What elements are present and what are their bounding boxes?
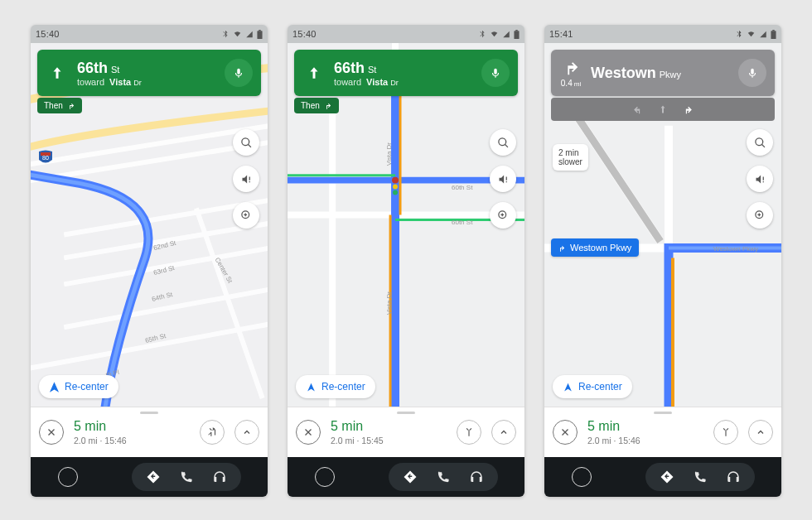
expand-button[interactable]	[234, 420, 259, 445]
home-button[interactable]	[572, 467, 592, 487]
street-label: Westown Pkwy	[713, 245, 758, 253]
mute-button[interactable]	[490, 166, 516, 192]
signal-icon	[245, 30, 254, 38]
wifi-icon	[233, 30, 242, 38]
recenter-label: Re-center	[321, 381, 365, 392]
status-bar: 15:40	[31, 25, 268, 43]
street-suffix: St	[111, 65, 119, 75]
arrow-up-icon	[50, 63, 65, 83]
nav-turn-button[interactable]	[145, 469, 162, 485]
trip-detail: 2.0 mi · 15:46	[74, 436, 190, 445]
trip-card[interactable]: 5 min 2.0 mi · 15:45	[288, 407, 524, 457]
drag-handle[interactable]	[654, 412, 672, 414]
home-button[interactable]	[58, 467, 78, 487]
slower-bubble[interactable]: 2 min slower	[553, 144, 588, 171]
svg-rect-0	[259, 30, 260, 31]
nav-banner[interactable]: 66th St toward Vista Dr	[294, 50, 518, 96]
bluetooth-icon	[221, 30, 230, 38]
turn-right-icon	[323, 101, 332, 110]
close-button[interactable]	[296, 420, 321, 445]
routes-button[interactable]	[457, 420, 481, 445]
nav-turn-button[interactable]	[402, 469, 418, 485]
arrow-up-icon	[307, 63, 321, 83]
street-main: 66th	[77, 60, 108, 77]
toward-value: Vista	[109, 77, 131, 87]
close-button[interactable]	[39, 420, 64, 445]
phone-screen-1: 15:40	[31, 25, 268, 497]
svg-rect-5	[514, 31, 519, 39]
then-label: Then	[44, 101, 63, 110]
street-label: 60th St	[452, 219, 472, 226]
svg-rect-12	[771, 31, 776, 39]
mute-button[interactable]	[233, 166, 259, 192]
lane-straight-dim-icon	[658, 103, 668, 116]
nav-banner[interactable]: 0.4 mi Westown Pkwy	[551, 50, 775, 96]
eta-time: 5 min	[587, 419, 703, 434]
trip-detail: 2.0 mi · 15:45	[331, 436, 447, 445]
trip-card[interactable]: 5 min 2.0 mi · 15:46	[31, 407, 268, 457]
chevron-up-icon	[756, 427, 766, 437]
phone-button[interactable]	[178, 469, 195, 485]
clock: 15:41	[549, 29, 573, 39]
headphones-button[interactable]	[211, 469, 228, 485]
street-label: 60th St	[452, 184, 472, 191]
callout-label: Westown Pkwy	[570, 243, 631, 253]
nav-turn-button[interactable]	[659, 469, 675, 485]
turn-right-icon	[557, 243, 566, 253]
toward-suffix: Dr	[133, 79, 142, 87]
report-button[interactable]	[233, 202, 259, 229]
home-button[interactable]	[315, 467, 335, 487]
volume-alert-icon	[754, 173, 766, 185]
search-button[interactable]	[233, 129, 259, 156]
bluetooth-icon	[478, 30, 486, 38]
mic-button[interactable]	[481, 59, 510, 87]
map-area[interactable]: 215 80 62nd St 63rd St Center St 64th St…	[31, 43, 268, 407]
search-button[interactable]	[747, 129, 773, 156]
alt-route-icon	[720, 426, 732, 438]
trip-card[interactable]: 5 min 2.0 mi · 15:46	[544, 407, 781, 457]
headphones-button[interactable]	[468, 469, 485, 485]
report-button[interactable]	[747, 202, 773, 229]
then-chip[interactable]: Then	[294, 98, 339, 113]
android-navbar	[288, 457, 524, 497]
lane-right-bright-icon	[681, 103, 693, 116]
battery-icon	[771, 30, 776, 39]
battery-icon	[514, 30, 520, 39]
headphones-button[interactable]	[725, 469, 742, 485]
signal-icon	[502, 30, 510, 38]
recenter-button[interactable]: Re-center	[39, 375, 118, 398]
nav-banner[interactable]: 66th St toward Vista Dr	[37, 50, 261, 96]
recenter-button[interactable]: Re-center	[296, 375, 375, 398]
report-button[interactable]	[490, 202, 516, 229]
close-icon	[303, 427, 313, 437]
routes-button[interactable]	[713, 420, 738, 445]
street-label: Vista Dr	[385, 142, 393, 166]
expand-button[interactable]	[748, 420, 773, 445]
then-chip[interactable]: Then	[37, 98, 82, 113]
report-icon	[240, 209, 253, 222]
phone-button[interactable]	[435, 469, 452, 485]
search-icon	[240, 137, 253, 149]
chevron-up-icon	[242, 427, 252, 437]
toward-label: toward	[334, 77, 361, 87]
map-area[interactable]: Vista Dr 60th St 60th St Vista Dr 66th S…	[288, 43, 524, 407]
street-main: Westown	[591, 65, 656, 82]
mic-button[interactable]	[738, 59, 766, 87]
recenter-button[interactable]: Re-center	[553, 375, 632, 398]
wifi-icon	[747, 30, 756, 38]
mute-button[interactable]	[747, 166, 773, 192]
mic-button[interactable]	[225, 59, 253, 87]
navigation-icon	[49, 382, 60, 392]
drag-handle[interactable]	[140, 412, 158, 414]
route-callout[interactable]: Westown Pkwy	[551, 238, 639, 257]
eta-time: 5 min	[331, 419, 447, 434]
expand-button[interactable]	[491, 420, 516, 445]
map-area[interactable]: Westown Pkwy 0.4 mi Westown Pkwy	[544, 43, 781, 407]
street-suffix: Pkwy	[660, 70, 681, 79]
then-label: Then	[301, 101, 320, 110]
routes-button[interactable]	[200, 420, 225, 445]
phone-button[interactable]	[692, 469, 708, 485]
close-button[interactable]	[553, 420, 578, 445]
search-button[interactable]	[490, 129, 516, 156]
drag-handle[interactable]	[397, 412, 415, 414]
